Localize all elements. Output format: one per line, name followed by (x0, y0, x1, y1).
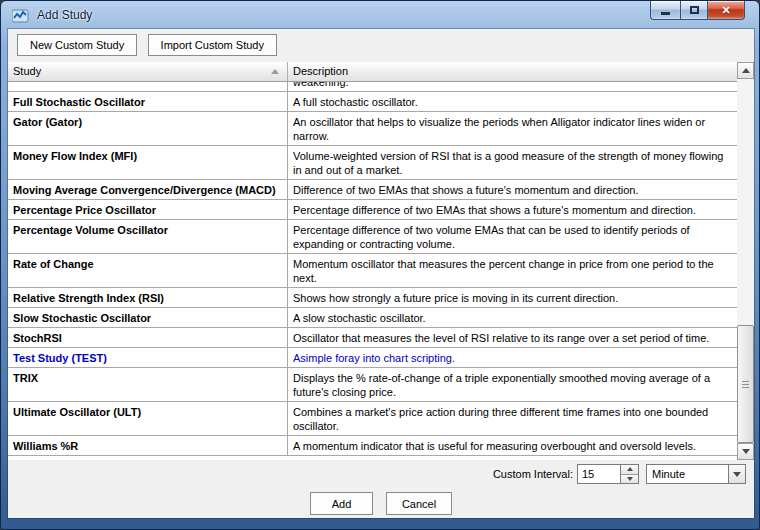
window-controls: ✕ (650, 1, 745, 20)
maximize-icon (690, 6, 699, 14)
sort-ascending-icon (271, 69, 279, 74)
dropdown-arrow-button[interactable] (728, 465, 745, 483)
spinner-up-button[interactable] (621, 465, 638, 475)
description-cell: Volume-weighted version of RSI that is a… (288, 146, 737, 179)
description-cell: Asimple foray into chart scripting. (288, 348, 737, 367)
study-cell: Williams %R (8, 436, 288, 455)
table-row[interactable]: Slow Stochastic Oscillator A slow stocha… (8, 308, 737, 328)
study-cell: Slow Stochastic Oscillator (8, 308, 288, 327)
dialog-footer: Custom Interval: Minute Add Cancel (8, 460, 754, 515)
spinner-down-button[interactable] (621, 475, 638, 484)
close-icon: ✕ (721, 5, 730, 16)
close-button[interactable]: ✕ (708, 1, 745, 20)
study-cell: Gator (Gator) (8, 112, 288, 145)
table-row[interactable]: TRIX Displays the % rate-of-change of a … (8, 368, 737, 402)
table-row[interactable]: Williams %R A momentum indicator that is… (8, 436, 737, 456)
study-cell: Relative Strength Index (RSI) (8, 288, 288, 307)
description-cell: A full stochastic oscillator. (288, 92, 737, 111)
spinner-down-icon (627, 477, 633, 481)
vertical-scrollbar[interactable] (737, 62, 754, 460)
table-row[interactable]: StochRSI Oscillator that measures the le… (8, 328, 737, 348)
table-header: Study Description (8, 62, 737, 82)
titlebar[interactable]: Add Study ✕ (1, 1, 759, 29)
table-row[interactable]: Relative Strength Index (RSI) Shows how … (8, 288, 737, 308)
toolbar: New Custom Study Import Custom Study (8, 29, 754, 62)
study-cell: Rate of Change (8, 254, 288, 287)
scrollbar-track[interactable] (737, 79, 754, 443)
study-cell: StochRSI (8, 328, 288, 347)
column-header-description-label: Description (293, 65, 348, 77)
study-cell: Ultimate Oscillator (ULT) (8, 402, 288, 435)
scroll-down-icon (742, 449, 750, 454)
add-study-window: Add Study ✕ New Custom Study Import Cust… (0, 0, 760, 530)
description-cell: An oscillator that helps to visualize th… (288, 112, 737, 145)
study-cell (8, 82, 288, 91)
table-row[interactable]: Percentage Volume Oscillator Percentage … (8, 220, 737, 254)
description-cell: Momentum oscillator that measures the pe… (288, 254, 737, 287)
description-cell: weakening. (288, 82, 737, 91)
app-chart-icon (12, 8, 30, 23)
study-cell: Percentage Price Oscillator (8, 200, 288, 219)
table-row[interactable]: Money Flow Index (MFI) Volume-weighted v… (8, 146, 737, 180)
custom-interval-spinner (577, 464, 639, 484)
scroll-up-icon (742, 68, 750, 73)
table-row[interactable]: Rate of Change Momentum oscillator that … (8, 254, 737, 288)
study-cell: Money Flow Index (MFI) (8, 146, 288, 179)
table-row[interactable]: Gator (Gator) An oscillator that helps t… (8, 112, 737, 146)
description-cell: A momentum indicator that is useful for … (288, 436, 737, 455)
column-header-description[interactable]: Description (288, 62, 737, 81)
study-cell: TRIX (8, 368, 288, 401)
study-table-area: Study Description weakening. Full Stocha… (8, 62, 754, 460)
study-cell: Test Study (TEST) (8, 348, 288, 367)
study-cell: Moving Average Convergence/Divergence (M… (8, 180, 288, 199)
description-cell: Percentage difference of two EMAs that s… (288, 200, 737, 219)
scrollbar-grip-icon (742, 384, 749, 385)
scrollbar-thumb[interactable] (737, 325, 754, 443)
maximize-button[interactable] (680, 1, 708, 20)
column-header-study-label: Study (13, 65, 41, 77)
scroll-down-button[interactable] (737, 443, 754, 460)
custom-interval-input[interactable] (578, 465, 620, 483)
study-cell: Full Stochastic Oscillator (8, 92, 288, 111)
table-body: weakening. Full Stochastic Oscillator A … (8, 82, 737, 456)
custom-interval-label: Custom Interval: (493, 468, 573, 480)
description-cell: A slow stochastic oscillator. (288, 308, 737, 327)
spinner-buttons (620, 465, 638, 483)
study-cell: Percentage Volume Oscillator (8, 220, 288, 253)
cancel-button[interactable]: Cancel (386, 492, 452, 515)
spinner-up-icon (627, 467, 633, 471)
description-cell: Combines a market's price action during … (288, 402, 737, 435)
minimize-icon (661, 12, 670, 15)
dialog-client-area: New Custom Study Import Custom Study Stu… (8, 29, 754, 518)
column-header-study[interactable]: Study (8, 62, 288, 81)
study-table: Study Description weakening. Full Stocha… (8, 62, 737, 460)
custom-interval-row: Custom Interval: Minute (8, 463, 754, 485)
new-custom-study-button[interactable]: New Custom Study (17, 34, 137, 56)
import-custom-study-button[interactable]: Import Custom Study (148, 34, 277, 56)
description-cell: Percentage difference of two volume EMAs… (288, 220, 737, 253)
table-row[interactable]: Moving Average Convergence/Divergence (M… (8, 180, 737, 200)
chevron-down-icon (733, 472, 741, 477)
description-cell: Shows how strongly a future price is mov… (288, 288, 737, 307)
window-title: Add Study (37, 8, 92, 22)
table-row-clipped[interactable]: weakening. (8, 82, 737, 92)
table-row[interactable]: Test Study (TEST) Asimple foray into cha… (8, 348, 737, 368)
description-cell: Oscillator that measures the level of RS… (288, 328, 737, 347)
add-button[interactable]: Add (310, 492, 373, 515)
table-row[interactable]: Percentage Price Oscillator Percentage d… (8, 200, 737, 220)
minimize-button[interactable] (650, 1, 680, 20)
interval-unit-dropdown[interactable]: Minute (646, 464, 746, 484)
table-row[interactable]: Full Stochastic Oscillator A full stocha… (8, 92, 737, 112)
interval-unit-value: Minute (647, 465, 728, 483)
description-cell: Displays the % rate-of-change of a tripl… (288, 368, 737, 401)
scroll-up-button[interactable] (737, 62, 754, 79)
action-buttons-row: Add Cancel (8, 492, 754, 515)
table-row[interactable]: Ultimate Oscillator (ULT) Combines a mar… (8, 402, 737, 436)
description-cell: Difference of two EMAs that shows a futu… (288, 180, 737, 199)
